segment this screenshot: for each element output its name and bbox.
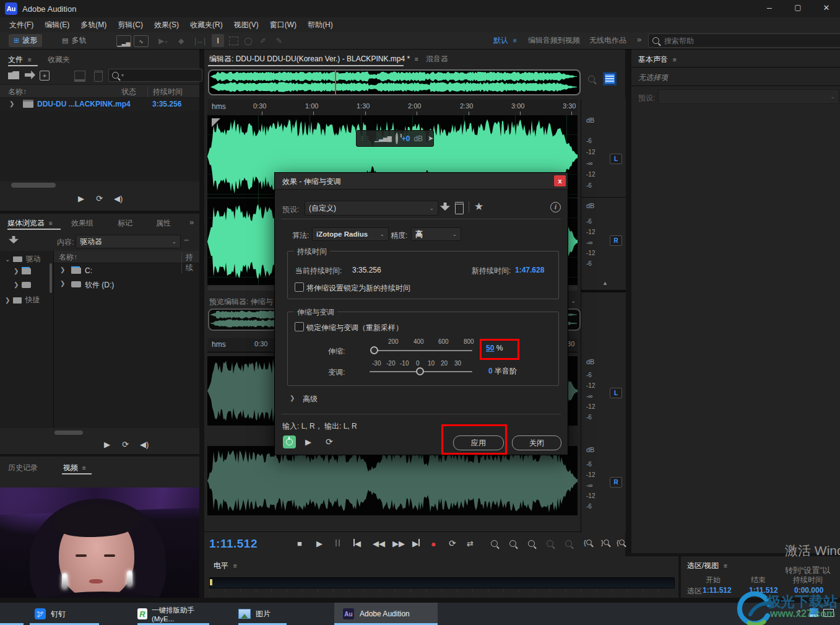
apply-button[interactable]: 应用 <box>453 435 504 450</box>
save-preset-icon[interactable] <box>440 203 450 211</box>
media-volume-icon[interactable]: ◀) <box>140 440 149 449</box>
files-col-status[interactable]: 状态 <box>121 87 136 97</box>
hud-grip-icon[interactable]: ⋮⋮ <box>360 136 371 141</box>
file-row[interactable]: ❯ DDU-DU ...LACKPINK.mp4 3:35.256 <box>0 98 199 111</box>
menu-help[interactable]: 帮助(H) <box>302 17 339 33</box>
minimize-button[interactable]: – <box>760 2 779 15</box>
zoom-reset-button[interactable] <box>565 540 572 549</box>
menu-clip[interactable]: 剪辑(C) <box>112 17 149 33</box>
properties-tab[interactable]: 属性 <box>156 218 171 229</box>
waveform-display-icon[interactable]: ∿ <box>134 35 149 47</box>
effects-rack-tab[interactable]: 效果组 <box>71 218 93 229</box>
skip-start-button[interactable]: ◀ <box>353 539 361 548</box>
lock-resample-label[interactable]: 锁定伸缩与变调（重新采样） <box>306 323 403 333</box>
stretch-slider-knob[interactable] <box>370 346 378 354</box>
spot-heal-tool-icon[interactable]: ✎ <box>276 37 282 45</box>
pitch-slider-knob[interactable] <box>416 367 424 375</box>
selection-view-menu-icon[interactable]: ≡ <box>724 562 727 569</box>
menu-edit[interactable]: 编辑(E) <box>39 17 75 33</box>
hud-knob-icon[interactable] <box>396 133 398 144</box>
media-import-icon[interactable] <box>9 236 19 243</box>
advanced-label[interactable]: 高级 <box>303 394 318 404</box>
new-item-icon[interactable]: + <box>40 71 50 81</box>
tree-item-c[interactable]: ❯ <box>14 268 31 274</box>
razor-tool-icon[interactable]: ◆ <box>178 37 184 45</box>
close-button[interactable]: ✕ <box>817 3 836 15</box>
pause-button[interactable] <box>336 540 340 548</box>
info-icon[interactable]: i <box>550 202 561 212</box>
editor-tab[interactable]: 编辑器: DDU-DU DDU-DU(Korean Ver.) - BLACKP… <box>209 54 418 64</box>
zoom-selection-button[interactable] <box>528 540 535 549</box>
overview-panel-icon[interactable] <box>603 72 617 85</box>
menu-view[interactable]: 视图(V) <box>228 17 264 33</box>
media-tabs-overflow-icon[interactable]: » <box>189 217 194 227</box>
algorithm-dropdown[interactable]: iZotope Radius ⌄ <box>312 227 389 241</box>
select-all-triangle-icon[interactable] <box>212 118 220 127</box>
zoom-out-full-button[interactable] <box>547 540 553 549</box>
skip-selection-button[interactable]: ⇄ <box>467 539 474 548</box>
record-button[interactable]: ● <box>431 539 436 549</box>
dialog-play-button[interactable]: ▶ <box>305 437 311 447</box>
zoom-out-time-button[interactable] <box>509 540 516 549</box>
files-search-box[interactable]: ▾ <box>108 69 202 82</box>
menu-window[interactable]: 窗口(W) <box>264 17 302 33</box>
help-search-box[interactable] <box>648 33 840 48</box>
stretch-value[interactable]: 50 % <box>486 344 503 352</box>
tree-item-d[interactable]: ❯ <box>14 281 31 288</box>
slip-tool-icon[interactable]: |↔| <box>194 37 206 45</box>
menu-multitrack[interactable]: 多轨(M) <box>75 17 112 33</box>
preview-channel-right[interactable] <box>207 446 578 515</box>
workspace-default-tab[interactable]: 默认 ≡ <box>493 35 517 46</box>
video-preview[interactable] <box>0 487 199 598</box>
zoom-in-left-button[interactable]: { <box>584 539 592 546</box>
workspace-menu-icon[interactable]: ≡ <box>513 37 517 44</box>
video-panel-menu-icon[interactable]: ≡ <box>82 465 86 471</box>
media-browser-tab[interactable]: 媒体浏览器 ≡ <box>7 218 53 229</box>
files-tab[interactable]: 文件 ≡ <box>8 55 32 65</box>
trash-icon[interactable] <box>94 71 103 82</box>
sv-end-value[interactable]: 1:11.512 <box>749 586 778 595</box>
stretch-pitch-dialog[interactable]: 效果 - 伸缩与变调 x 预设: (自定义) ⌄ ★ i 算法: iZotope… <box>274 172 568 455</box>
dialog-close-btn[interactable]: 关闭 <box>512 435 561 450</box>
open-file-icon[interactable] <box>8 71 19 79</box>
sv-duration-value[interactable]: 0:00.000 <box>794 586 823 595</box>
tree-shortcuts-chevron[interactable]: ❯ <box>5 297 10 304</box>
media-row-c[interactable]: ❯ C: <box>54 264 199 277</box>
overview-strip[interactable] <box>208 69 581 95</box>
favorites-tab[interactable]: 收藏夹 <box>48 55 70 65</box>
marquee-tool-icon[interactable] <box>229 37 238 45</box>
advanced-chevron[interactable]: ❯ <box>290 395 295 401</box>
effect-power-button[interactable] <box>283 435 296 448</box>
files-play-button[interactable]: ▶ <box>78 194 84 203</box>
channel-right-badge[interactable]: R <box>610 235 622 246</box>
files-panel-menu-icon[interactable]: ≡ <box>28 56 32 63</box>
levels-menu-icon[interactable]: ≡ <box>233 562 237 569</box>
rewind-button[interactable]: ◀◀ <box>373 539 385 548</box>
waveform-view-button[interactable]: ⊞ 波形 <box>9 34 42 47</box>
tree-item-drives[interactable]: ⌄ 驱动 <box>5 254 40 264</box>
overview-zoom-icon[interactable] <box>588 76 595 82</box>
files-col-name[interactable]: 名称↑ <box>8 87 27 97</box>
media-browser-menu-icon[interactable]: ≡ <box>49 220 53 227</box>
history-tab[interactable]: 历史记录 <box>8 463 38 473</box>
move-tool-icon[interactable]: ▶₊ <box>158 37 168 45</box>
multitrack-view-button[interactable]: ▤ 多轨 <box>57 34 91 47</box>
menu-file[interactable]: 文件(F) <box>4 17 39 33</box>
tree-c-chevron[interactable]: ❯ <box>14 268 19 274</box>
taskbar-dingtalk-button[interactable]: 🕊 钉钉 <box>30 603 99 625</box>
workspace-radio-tab[interactable]: 无线电作品 <box>589 35 626 46</box>
preview-channel-left-badge[interactable]: L <box>610 388 622 398</box>
spectral-display-icon[interactable]: ▁▃▅ <box>116 35 131 47</box>
media-hscrollbar[interactable] <box>54 431 83 435</box>
overview-playhead[interactable] <box>335 71 336 94</box>
sv-start-value[interactable]: 1:11.512 <box>703 586 732 595</box>
essential-sound-menu-icon[interactable]: ≡ <box>673 56 677 63</box>
media-col-name[interactable]: 名称↑ <box>59 252 77 263</box>
dialog-titlebar[interactable]: 效果 - 伸缩与变调 x <box>275 173 568 190</box>
volume-hud[interactable]: ⋮⋮ ▁▃▅▇ +0 dB ➤ <box>356 130 434 147</box>
media-back-icon[interactable]: ⬅ <box>184 237 189 243</box>
files-col-duration[interactable]: 持续时间 <box>147 87 183 97</box>
delete-preset-icon[interactable] <box>455 202 464 214</box>
preview-channel-right-badge[interactable]: R <box>610 477 622 487</box>
preview-dropdown-chevron[interactable]: ⌄ <box>571 297 576 304</box>
